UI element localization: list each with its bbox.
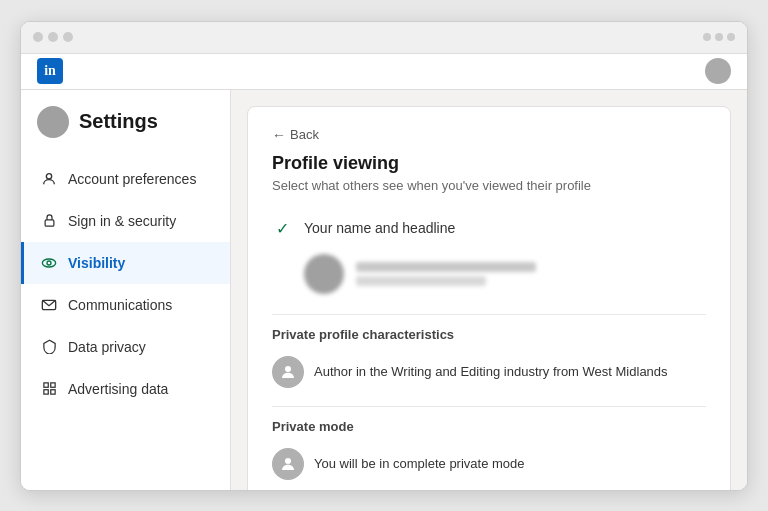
app-body: Settings Account preferences [21,90,747,490]
sidebar-item-communications[interactable]: Communications [21,284,230,326]
traffic-maximize [63,32,73,42]
sidebar-item-account-preferences[interactable]: Account preferences [21,158,230,200]
linkedin-logo-topbar: in [37,58,63,84]
svg-point-0 [46,173,51,178]
option-private-mode[interactable]: You will be in complete private mode [272,442,706,486]
anon-avatar-2 [272,448,304,480]
profile-text [356,262,536,286]
content-card: ← Back Profile viewing Select what other… [247,106,731,490]
svg-point-9 [285,366,291,372]
svg-point-3 [47,261,51,265]
sidebar-item-label: Advertising data [68,381,168,397]
window-btn [715,33,723,41]
browser-titlebar [21,22,747,54]
section1-text: Author in the Writing and Editing indust… [314,364,668,379]
app-topbar: in [21,54,747,90]
sidebar-item-label: Sign in & security [68,213,176,229]
section1-label: Private profile characteristics [272,327,706,342]
browser-window: in Settings Account preferences [20,21,748,491]
main-content: ← Back Profile viewing Select what other… [231,90,747,490]
profile-name-blur [356,262,536,272]
sidebar-item-label: Account preferences [68,171,196,187]
divider-2 [272,406,706,407]
sidebar-item-visibility[interactable]: Visibility [21,242,230,284]
traffic-minimize [48,32,58,42]
sidebar-item-label: Visibility [68,255,125,271]
sidebar-item-sign-security[interactable]: Sign in & security [21,200,230,242]
page-title: Profile viewing [272,153,706,174]
page-subtitle: Select what others see when you've viewe… [272,178,706,193]
svg-rect-8 [50,390,54,394]
traffic-close [33,32,43,42]
svg-point-2 [42,259,55,267]
back-label: Back [290,127,319,142]
svg-rect-6 [50,383,54,387]
person-icon [40,170,58,188]
back-arrow-icon: ← [272,127,286,143]
sidebar-item-label: Communications [68,297,172,313]
lock-icon [40,212,58,230]
user-avatar-sidebar [37,106,69,138]
section2-label: Private mode [272,419,706,434]
divider-1 [272,314,706,315]
back-link[interactable]: ← Back [272,127,706,143]
profile-avatar [304,254,344,294]
sidebar-nav: Account preferences Sign in & security [21,158,230,410]
browser-controls-right [703,33,735,41]
option-private-characteristics[interactable]: Author in the Writing and Editing indust… [272,350,706,394]
svg-rect-1 [45,220,54,226]
envelope-icon [40,296,58,314]
sidebar: Settings Account preferences [21,90,231,490]
option-name-headline[interactable]: ✓ Your name and headline [272,211,706,246]
check-icon: ✓ [272,219,292,238]
svg-point-10 [285,458,291,464]
svg-rect-7 [43,390,47,394]
sidebar-item-label: Data privacy [68,339,146,355]
grid-icon [40,380,58,398]
shield-icon [40,338,58,356]
anon-avatar-1 [272,356,304,388]
profile-headline-blur [356,276,486,286]
sidebar-item-data-privacy[interactable]: Data privacy [21,326,230,368]
window-btn [727,33,735,41]
eye-icon [40,254,58,272]
window-btn [703,33,711,41]
svg-rect-5 [43,383,47,387]
option-name-headline-label: Your name and headline [304,220,455,236]
profile-preview [272,246,706,302]
browser-traffic-lights [33,32,73,42]
user-avatar-topbar[interactable] [705,58,731,84]
section2-text: You will be in complete private mode [314,456,525,471]
sidebar-item-advertising-data[interactable]: Advertising data [21,368,230,410]
sidebar-header: Settings [21,106,230,158]
settings-title: Settings [79,110,158,133]
